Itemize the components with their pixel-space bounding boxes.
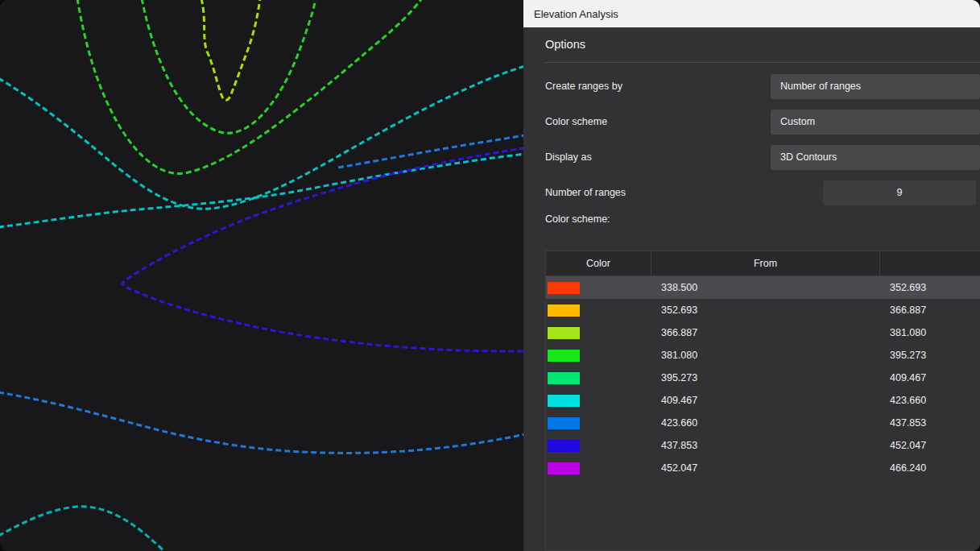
color-cell bbox=[546, 417, 651, 429]
to-value: 352.693 bbox=[880, 282, 980, 293]
color-swatch[interactable] bbox=[548, 327, 580, 339]
to-value: 381.080 bbox=[880, 327, 980, 338]
contour-cyan-mid bbox=[0, 154, 523, 227]
panel-header: Elevation Analysis bbox=[523, 0, 980, 27]
app-window: Elevation Analysis Options Create ranges… bbox=[0, 0, 980, 551]
color-swatch[interactable] bbox=[548, 282, 580, 294]
contour-cyan-outer bbox=[0, 66, 523, 209]
to-value: 409.467 bbox=[880, 372, 980, 383]
from-value: 352.693 bbox=[651, 304, 880, 316]
from-value: 423.660 bbox=[651, 417, 880, 429]
color-cell bbox=[546, 282, 651, 294]
table-row[interactable]: 352.693 366.887 bbox=[546, 299, 980, 321]
contour-teal-bottom bbox=[0, 507, 165, 551]
to-value: 395.273 bbox=[880, 350, 980, 361]
table-row[interactable]: 409.467 423.660 bbox=[546, 389, 980, 412]
from-value: 381.080 bbox=[651, 350, 880, 361]
contour-green-inner bbox=[142, 0, 316, 133]
color-cell bbox=[546, 395, 651, 407]
table-row[interactable]: 381.080 395.273 bbox=[546, 344, 980, 367]
column-header-to[interactable] bbox=[880, 251, 980, 276]
color-swatch[interactable] bbox=[548, 395, 580, 407]
color-scheme-table-label: Color scheme: bbox=[545, 213, 980, 226]
from-value: 366.887 bbox=[651, 327, 880, 338]
color-scheme-field-label: Color scheme bbox=[545, 116, 771, 127]
contour-green-outer bbox=[77, 0, 422, 173]
color-swatch[interactable] bbox=[548, 417, 580, 429]
to-value: 466.240 bbox=[880, 462, 980, 474]
to-value: 452.047 bbox=[880, 440, 980, 451]
table-row[interactable]: 437.853 452.047 bbox=[546, 434, 980, 457]
table-row[interactable]: 452.047 466.240 bbox=[546, 457, 980, 479]
contour-blue-upper bbox=[338, 135, 523, 168]
column-header-color[interactable]: Color bbox=[546, 251, 651, 276]
field-row-color-scheme: Color scheme Custom bbox=[523, 104, 980, 139]
color-swatch[interactable] bbox=[548, 440, 580, 452]
color-swatch[interactable] bbox=[548, 462, 580, 474]
contour-blue-lower bbox=[0, 392, 523, 453]
elevation-analysis-panel: Elevation Analysis Options Create ranges… bbox=[523, 0, 980, 551]
to-value: 437.853 bbox=[880, 417, 980, 429]
field-row-create-ranges-by: Create ranges by Number of ranges bbox=[523, 68, 980, 104]
color-scheme-table: Color From 338.500 352.693 352.693 366.8… bbox=[545, 251, 980, 551]
create-ranges-by-value: Number of ranges bbox=[780, 81, 861, 92]
from-value: 452.047 bbox=[651, 462, 880, 474]
color-cell bbox=[546, 440, 651, 452]
options-fields: Create ranges by Number of ranges Color … bbox=[523, 68, 980, 210]
table-row[interactable]: 395.273 409.467 bbox=[546, 367, 980, 389]
panel-title: Elevation Analysis bbox=[534, 8, 618, 20]
from-value: 338.500 bbox=[651, 282, 880, 293]
color-cell bbox=[546, 372, 651, 384]
to-value: 423.660 bbox=[880, 395, 980, 406]
contour-map bbox=[0, 0, 523, 551]
display-as-dropdown[interactable]: 3D Contours bbox=[771, 145, 980, 170]
color-cell bbox=[546, 350, 651, 362]
color-scheme-value: Custom bbox=[780, 116, 815, 127]
display-as-label: Display as bbox=[545, 151, 771, 163]
map-viewport[interactable] bbox=[0, 0, 523, 551]
contour-indigo-loop bbox=[122, 148, 523, 351]
color-swatch[interactable] bbox=[548, 372, 580, 384]
table-header: Color From bbox=[546, 251, 980, 276]
divider bbox=[545, 62, 980, 63]
field-row-number-of-ranges: Number of ranges 9 bbox=[523, 175, 980, 210]
create-ranges-by-label: Create ranges by bbox=[545, 81, 771, 92]
color-scheme-dropdown[interactable]: Custom bbox=[771, 110, 980, 135]
table-row[interactable]: 366.887 381.080 bbox=[546, 321, 980, 344]
contour-yellowgreen-inner bbox=[201, 0, 260, 100]
number-of-ranges-label: Number of ranges bbox=[545, 187, 823, 198]
field-row-display-as: Display as 3D Contours bbox=[523, 139, 980, 175]
color-cell bbox=[546, 304, 651, 317]
table-row[interactable]: 423.660 437.853 bbox=[546, 412, 980, 434]
number-of-ranges-input[interactable]: 9 bbox=[823, 180, 976, 205]
from-value: 437.853 bbox=[651, 440, 880, 451]
color-cell bbox=[546, 327, 651, 339]
color-swatch[interactable] bbox=[548, 350, 580, 362]
options-section-title: Options bbox=[545, 38, 980, 52]
to-value: 366.887 bbox=[880, 304, 980, 316]
color-swatch[interactable] bbox=[548, 304, 580, 317]
create-ranges-by-dropdown[interactable]: Number of ranges bbox=[771, 74, 980, 99]
from-value: 409.467 bbox=[651, 395, 880, 406]
from-value: 395.273 bbox=[651, 372, 880, 383]
color-cell bbox=[546, 462, 651, 474]
table-row[interactable]: 338.500 352.693 bbox=[546, 276, 980, 299]
column-header-from[interactable]: From bbox=[651, 251, 880, 276]
display-as-value: 3D Contours bbox=[780, 151, 837, 163]
